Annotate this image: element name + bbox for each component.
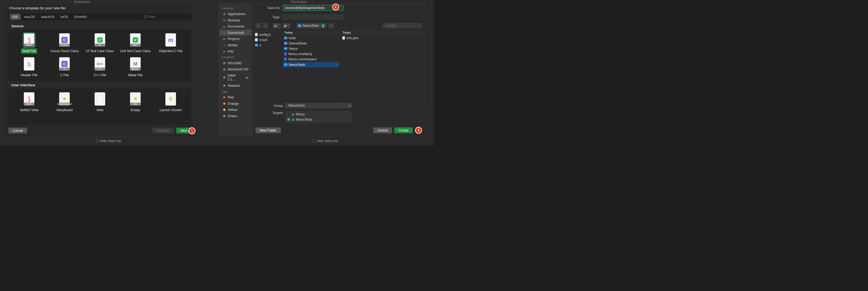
browser-row[interactable]: Nexus› — [282, 46, 340, 51]
sidebar-item[interactable]: ⊕Network — [220, 83, 252, 89]
tag-icon — [223, 108, 226, 111]
browser-row[interactable]: NexusTests› — [283, 62, 340, 67]
template-item[interactable]: ✔UNITUnit Test Case Class — [118, 33, 153, 54]
sidebar-item[interactable]: AApplications — [220, 11, 252, 17]
target-checkbox[interactable] — [287, 113, 290, 116]
cancel-button[interactable]: Cancel — [373, 128, 392, 133]
template-item[interactable]: ①Launch Screen — [153, 92, 188, 113]
filter-field[interactable] — [142, 15, 190, 19]
platform-tab-tvos[interactable]: tvOS — [58, 14, 71, 20]
group-by-button[interactable]: ▦ ˅ — [283, 23, 290, 28]
template-item[interactable]: View — [82, 92, 118, 113]
target-row[interactable]: ✔◈NexusTests — [286, 117, 351, 122]
view-mode-button[interactable]: ▥ ˅ — [273, 23, 281, 28]
sidebar-item[interactable]: Yellow — [220, 107, 252, 113]
sidebar-item[interactable]: Orange — [220, 100, 252, 107]
browser-row[interactable]: DerivedData› — [282, 41, 340, 46]
template-item[interactable]: mObjective-C File — [153, 33, 188, 54]
target-icon: ◈ — [292, 118, 294, 122]
browser-row[interactable]: Info.plist — [340, 35, 425, 41]
template-item[interactable]: ✕XIBEmpty — [118, 92, 153, 113]
folder-icon — [284, 37, 287, 39]
folder-icon — [284, 64, 287, 66]
template-label: Launch Screen — [158, 107, 183, 113]
row-label: s — [260, 43, 261, 47]
sidebar-section-header: Favorites — [219, 5, 253, 11]
nav-forward-button[interactable]: › — [263, 23, 268, 28]
browser-row[interactable]: Nexus.xcworkspace — [282, 57, 340, 62]
sidebar-item[interactable]: Green — [220, 113, 252, 119]
row-label: Info.plist — [347, 36, 359, 40]
platform-tab-ios[interactable]: iOS — [10, 14, 21, 20]
search-field[interactable]: ⌕ — [382, 23, 422, 28]
chevron-right-icon: › — [337, 42, 338, 45]
template-item[interactable]: ⟆SWIFTSwift File — [11, 33, 47, 54]
target-row[interactable]: ◈Nexus — [286, 111, 351, 117]
browser-row[interactable]: Nexus.xcodeproj — [282, 51, 340, 57]
annotation-2: 2 — [332, 4, 339, 10]
new-folder-button[interactable]: New Folder — [256, 128, 281, 133]
hide-status-bar-checkbox[interactable]: Hide status bar — [313, 139, 338, 143]
sidebar-item[interactable]: ⊟GIMP 2.1…⏏ — [220, 72, 252, 82]
sidebar-item[interactable]: ↓Downloads — [220, 30, 252, 36]
sidebar-item[interactable]: ▭tmp — [220, 48, 252, 55]
chevron-right-icon: › — [337, 36, 338, 40]
column-header: Today — [282, 30, 340, 35]
tags-input[interactable] — [283, 14, 344, 20]
collapse-button[interactable]: ˄ — [329, 23, 334, 28]
template-item[interactable]: MMETALMetal File — [118, 57, 153, 78]
target-checkbox[interactable]: ✔ — [287, 118, 290, 121]
template-label: Cocoa Touch Class — [49, 48, 80, 54]
platform-tab-macos[interactable]: macOS — [22, 14, 38, 20]
sidebar-item[interactable]: ▭Projects — [220, 36, 252, 42]
row-label: Nexus — [289, 47, 298, 51]
sidebar-item-label: GIMP 2.1… — [227, 73, 244, 81]
sidebar-item[interactable]: ⌂dimitar — [220, 42, 252, 48]
hide-status-bar-checkbox[interactable]: Hide status bar — [96, 139, 121, 143]
nav-back-button[interactable]: ‹ — [256, 23, 261, 28]
column-browser[interactable]: config.jse.locks›Todaybuild›DerivedData›… — [253, 30, 425, 102]
browser-row[interactable]: s› — [253, 42, 282, 48]
platform-tab-driverkit[interactable]: DriverKit — [71, 14, 89, 20]
sidebar-item[interactable]: ▭Documents — [220, 24, 252, 30]
template-item[interactable]: CCLASSCocoa Touch Class — [47, 33, 82, 54]
annotation-1: 1 — [189, 128, 195, 134]
tag-icon — [223, 102, 226, 105]
group-popup[interactable]: NexusTests ▲▼ — [285, 103, 352, 108]
browser-row[interactable]: config.js — [253, 32, 282, 37]
sidebar-item-label: Documents — [228, 25, 245, 29]
sidebar-item[interactable]: ⊟INV-0090 — [220, 60, 252, 66]
template-label: C++ File — [92, 72, 107, 78]
eject-icon[interactable]: ⏏ — [245, 75, 248, 79]
template-item[interactable]: ✔UIUI Test Case Class — [82, 33, 118, 54]
browser-row[interactable]: build› — [282, 35, 340, 41]
browser-row[interactable]: e.lock — [253, 37, 282, 42]
favorite-icon: ▭ — [223, 50, 226, 53]
cancel-button[interactable]: Cancel — [8, 128, 27, 134]
target-label: Nexus — [296, 112, 305, 116]
template-item[interactable]: C++C++C++ File — [82, 57, 118, 78]
template-item[interactable]: ✶STORYBOARDStoryboard — [47, 92, 82, 113]
location-popup[interactable]: NexusTests ▲▼ — [297, 23, 327, 28]
chevron-updown-icon: ▲▼ — [321, 24, 325, 28]
checkbox-icon — [313, 140, 316, 142]
targets-list: ◈Nexus✔◈NexusTests — [285, 111, 352, 123]
template-label: Metal File — [127, 72, 144, 78]
sidebar-item[interactable]: ⊟Macintosh HD — [220, 66, 252, 72]
templates-list[interactable]: Source⟆SWIFTSwift FileCCLASSCocoa Touch … — [8, 22, 192, 125]
section-header: User Interface — [8, 81, 191, 89]
sidebar-item[interactable]: ▭Desktop — [220, 17, 252, 23]
location-icon: ⊟ — [223, 61, 226, 65]
template-item[interactable]: CCC File — [47, 57, 82, 78]
create-button[interactable]: Create — [394, 128, 413, 133]
sidebar-item-label: tmp — [228, 50, 234, 54]
sidebar-item[interactable]: Red — [220, 94, 252, 100]
template-item[interactable]: ⟆SWIFTSwiftUI View — [11, 92, 47, 113]
filter-input[interactable] — [148, 15, 190, 19]
row-label: Nexus.xcworkspace — [288, 57, 317, 61]
template-label: View — [95, 107, 105, 113]
template-item[interactable]: hHeader File — [11, 57, 47, 78]
search-input[interactable] — [386, 24, 426, 28]
new-file-template-sheet: Choose a template for your new file: iOS… — [5, 3, 194, 136]
platform-tab-watchos[interactable]: watchOS — [39, 14, 57, 20]
